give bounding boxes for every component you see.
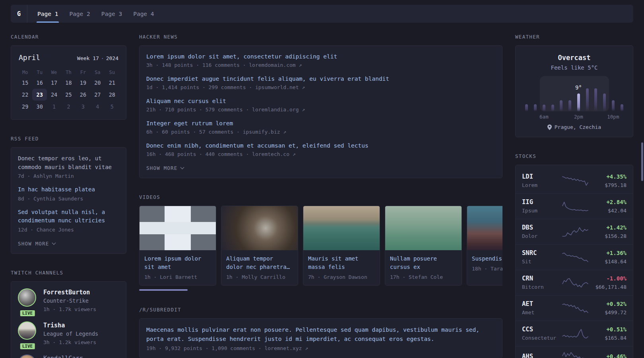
weather-location[interactable]: Prague, Czechia	[522, 124, 626, 130]
weather-hour-label: 10pm	[607, 114, 619, 120]
stock-row[interactable]: DBS Dolor +1.42% $156.28	[516, 219, 633, 244]
stock-row[interactable]: CRN Bitcorn -1.00% $66,171.48	[516, 270, 633, 295]
weather-bar	[612, 100, 615, 111]
stock-row[interactable]: LDI Lorem +4.35% $795.18	[516, 168, 633, 193]
calendar-day: 19	[76, 77, 90, 89]
videos-scroll-row[interactable]: Lorem ipsum dolor sit amet consectetu… 1…	[139, 206, 502, 286]
video-title[interactable]: Aliquam tempor dolor nec pharetra…	[226, 255, 293, 271]
stock-change: +1.42%	[590, 224, 627, 232]
video-title[interactable]: Suspendisse diam	[472, 255, 502, 263]
calendar-day: 29	[18, 101, 32, 113]
subreddit-label: /R/SUBREDDIT	[139, 307, 502, 313]
tab-page-2[interactable]: Page 2	[69, 5, 90, 23]
rss-item-title[interactable]: In hac habitasse platea	[18, 185, 119, 194]
hn-item[interactable]: Donec enim nibh, condimentum et accumsan…	[146, 142, 495, 157]
channel-name[interactable]: KendallCarr	[43, 354, 83, 358]
rss-card: Donec tempor eros leo, ut commodo mauris…	[11, 147, 126, 254]
rss-item[interactable]: Donec tempor eros leo, ut commodo mauris…	[18, 154, 119, 179]
post-meta[interactable]: 19h · 9,932 points · 1,090 comments · lo…	[146, 345, 495, 351]
rss-item[interactable]: In hac habitasse platea 8d · Cynthia Sau…	[18, 185, 119, 202]
hn-item-meta[interactable]: 6h · 60 points · 57 comments · ipsumify.…	[146, 129, 495, 135]
calendar-day: 17	[47, 77, 61, 89]
video-title[interactable]: Nullam posuere cursus ex	[390, 255, 457, 271]
twitch-channel-row[interactable]: LIVE Trisha League of Legends 3h · 1.2k …	[18, 321, 119, 346]
stock-row[interactable]: CCS Consectetur +0.51% $165.84	[516, 321, 633, 346]
video-card[interactable]: Mauris sit amet massa felis 7h · Grayson…	[303, 206, 380, 286]
hn-item-title[interactable]: Donec imperdiet augue tincidunt felis al…	[146, 75, 495, 83]
stock-change: +4.35%	[590, 173, 627, 181]
stock-symbol: IIG	[522, 198, 560, 206]
stock-row[interactable]: SNRC Sit +1.36% $148.64	[516, 244, 633, 270]
calendar-date-grid: 1516171819202122232425262728293012345	[18, 77, 119, 113]
hn-item-title[interactable]: Aliquam nec cursus elit	[146, 97, 495, 105]
stock-change: +0.46%	[590, 352, 627, 358]
chevron-down-icon	[52, 241, 56, 245]
hn-item-title[interactable]: Lorem ipsum dolor sit amet, consectetur …	[146, 53, 495, 60]
stock-sparkline	[562, 226, 589, 238]
subreddit-post[interactable]: Maecenas mollis pulvinar erat non posuer…	[146, 325, 495, 351]
post-title[interactable]: Maecenas mollis pulvinar erat non posuer…	[146, 325, 495, 344]
stock-change: +2.84%	[590, 198, 627, 206]
twitch-label: TWITCH CHANNELS	[11, 270, 126, 276]
stock-price: $42.04	[590, 206, 627, 215]
hn-item-meta[interactable]: 3h · 148 points · 116 comments · loremdo…	[146, 62, 495, 68]
rss-item[interactable]: Sed volutpat nulla nisl, a condimentum n…	[18, 208, 119, 233]
hn-item-meta[interactable]: 21h · 710 points · 579 comments · loreml…	[146, 107, 495, 113]
page-scrollbar[interactable]	[641, 142, 643, 181]
calendar-day: 5	[105, 101, 119, 113]
stock-row[interactable]: IIG Ipsum +2.84% $42.04	[516, 193, 633, 219]
channel-name[interactable]: ForrestBurton	[43, 288, 96, 297]
hn-item[interactable]: Lorem ipsum dolor sit amet, consectetur …	[146, 53, 495, 68]
weekday-label: We	[47, 68, 61, 77]
twitch-channel-row[interactable]: KendallCarr	[18, 354, 119, 358]
hn-item-title[interactable]: Donec enim nibh, condimentum et accumsan…	[146, 142, 495, 150]
video-card[interactable]: Aliquam tempor dolor nec pharetra… 1h · …	[221, 206, 298, 286]
video-thumbnail[interactable]	[303, 206, 380, 250]
video-card[interactable]: Suspendisse diam 18h · Tara	[467, 206, 502, 286]
video-thumbnail[interactable]	[385, 206, 462, 250]
calendar-widget: CALENDAR April Week 17·2024 MoTuWeThFrSa…	[11, 34, 126, 120]
rss-item-meta: 7d · Ashlyn Martin	[18, 173, 119, 179]
stock-price: $156.28	[590, 232, 627, 240]
videos-horizontal-scrollbar[interactable]	[139, 289, 188, 291]
weather-bar	[594, 88, 597, 111]
hn-item[interactable]: Integer eget rutrum lorem 6h · 60 points…	[146, 119, 495, 135]
video-title[interactable]: Mauris sit amet massa felis	[308, 255, 375, 271]
video-card[interactable]: Lorem ipsum dolor sit amet consectetu… 1…	[139, 206, 216, 286]
rss-item-meta: 8d · Cynthia Saunders	[18, 196, 119, 202]
stock-name: Consectetur	[522, 334, 560, 342]
stock-row[interactable]: AHS +0.46%	[516, 346, 633, 358]
stock-symbol: DBS	[522, 224, 560, 232]
twitch-widget: TWITCH CHANNELS LIVE ForrestBurton Count…	[11, 270, 126, 358]
weather-widget: WEATHER Overcast Feels like 5°C 9°6am2pm…	[515, 34, 633, 137]
app-logo[interactable]: G	[11, 5, 27, 23]
rss-show-more-button[interactable]: SHOW MORE	[18, 241, 119, 247]
calendar-day: 28	[105, 89, 119, 101]
rss-item-title[interactable]: Sed volutpat nulla nisl, a condimentum n…	[18, 208, 119, 225]
hn-item[interactable]: Donec imperdiet augue tincidunt felis al…	[146, 75, 495, 90]
hn-item-meta[interactable]: 16h · 468 points · 440 comments · loremt…	[146, 151, 495, 157]
stock-sparkline	[562, 200, 589, 212]
video-thumbnail[interactable]	[221, 206, 298, 250]
stocks-widget: STOCKS LDI Lorem +4.35% $795.18 IIG	[515, 153, 633, 358]
hn-item-title[interactable]: Integer eget rutrum lorem	[146, 119, 495, 127]
hn-show-more-button[interactable]: SHOW MORE	[146, 165, 495, 171]
hn-item-meta[interactable]: 1d · 1,414 points · 299 comments · ipsum…	[146, 84, 495, 90]
channel-name[interactable]: Trisha	[43, 321, 98, 330]
hn-item[interactable]: Aliquam nec cursus elit 21h · 710 points…	[146, 97, 495, 113]
video-meta: 1h · Molly Carrillo	[226, 274, 293, 280]
video-title[interactable]: Lorem ipsum dolor sit amet consectetu…	[144, 255, 211, 271]
video-card[interactable]: Nullam posuere cursus ex 17h · Stefan Co…	[385, 206, 462, 286]
tab-page-3[interactable]: Page 3	[101, 5, 122, 23]
tab-page-4[interactable]: Page 4	[133, 5, 154, 23]
rss-item-title[interactable]: Donec tempor eros leo, ut commodo mauris…	[18, 154, 119, 171]
channel-game: League of Legends	[43, 330, 98, 338]
weekday-label: Sa	[90, 68, 105, 77]
top-nav: G Page 1 Page 2 Page 3 Page 4	[11, 5, 633, 23]
twitch-channel-row[interactable]: LIVE ForrestBurton Counter-Strike 1h · 1…	[18, 288, 119, 313]
stock-row[interactable]: AET Amet +0.92% $499.72	[516, 295, 633, 321]
video-thumbnail[interactable]	[140, 206, 216, 250]
calendar-day: 1	[47, 101, 61, 113]
video-thumbnail[interactable]	[467, 206, 502, 250]
tab-page-1[interactable]: Page 1	[37, 5, 58, 23]
